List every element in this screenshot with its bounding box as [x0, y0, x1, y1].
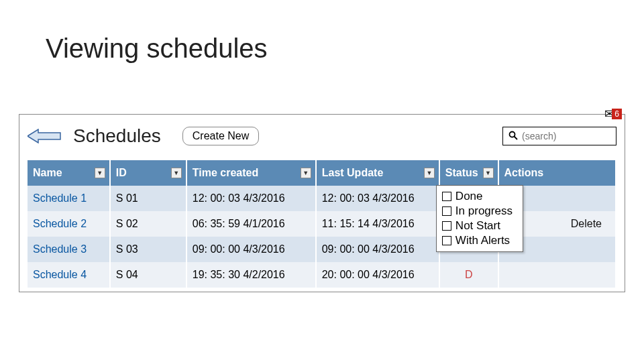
status-filter-popup: Done In progress Not Start With Alerts	[436, 185, 523, 252]
cell-time-created: 12: 00: 03 4/3/2016	[186, 186, 316, 211]
cell-id: S 03	[110, 237, 186, 262]
notification-indicator[interactable]: ✉ 6	[604, 107, 622, 121]
checkbox-icon	[442, 192, 451, 201]
delete-link[interactable]: Delete	[571, 218, 602, 229]
col-header-name: Name ▼	[28, 160, 110, 186]
cell-id: S 02	[110, 211, 186, 237]
search-icon	[508, 131, 518, 142]
col-header-status-label: Status	[445, 167, 478, 178]
toolbar: Schedules Create New	[28, 125, 616, 147]
cell-actions	[498, 262, 616, 288]
cell-last-update: 20: 00: 00 4/3/2016	[316, 262, 439, 288]
schedules-panel: ✉ 6 Schedules Create New Name ▼	[19, 114, 625, 292]
filter-option-in-progress[interactable]: In progress	[442, 204, 517, 218]
table-row: Schedule 1 S 01 12: 00: 03 4/3/2016 12: …	[28, 186, 616, 211]
search-box[interactable]	[502, 127, 616, 145]
panel-title: Schedules	[73, 125, 161, 147]
table-row: Schedule 2 S 02 06: 35: 59 4/1/2016 11: …	[28, 211, 616, 237]
schedules-table: Name ▼ ID ▼ Time created ▼ Last Update ▼…	[28, 160, 616, 288]
svg-point-1	[510, 131, 515, 137]
filter-label: In progress	[455, 204, 513, 218]
filter-option-with-alerts[interactable]: With Alerts	[442, 234, 517, 247]
col-header-id-label: ID	[116, 167, 127, 178]
col-header-actions: Actions	[498, 160, 616, 186]
cell-id: S 01	[110, 186, 186, 211]
cell-id: S 04	[110, 262, 186, 288]
col-header-actions-label: Actions	[504, 167, 544, 178]
cell-name[interactable]: Schedule 2	[28, 211, 110, 237]
filter-label: Not Start	[455, 219, 500, 233]
col-header-last-label: Last Update	[322, 167, 384, 178]
svg-line-2	[515, 136, 518, 139]
filter-option-done[interactable]: Done	[442, 190, 517, 203]
cell-time-created: 06: 35: 59 4/1/2016	[186, 211, 316, 237]
cell-name[interactable]: Schedule 4	[28, 262, 110, 288]
table-row: Schedule 4 S 04 19: 35: 30 4/2/2016 20: …	[28, 262, 616, 288]
cell-name[interactable]: Schedule 3	[28, 237, 110, 262]
filter-label: Done	[455, 190, 483, 203]
col-header-name-label: Name	[33, 167, 62, 178]
sort-name-icon[interactable]: ▼	[95, 168, 105, 178]
cell-name[interactable]: Schedule 1	[28, 186, 110, 211]
search-input[interactable]	[522, 131, 610, 141]
checkbox-icon	[442, 206, 451, 216]
cell-time-created: 19: 35: 30 4/2/2016	[186, 262, 316, 288]
checkbox-icon	[442, 236, 451, 245]
cell-last-update: 12: 00: 03 4/3/2016	[316, 186, 439, 211]
cell-status: D	[439, 262, 498, 288]
notification-badge: 6	[612, 109, 622, 119]
table-row: Schedule 3 S 03 09: 00: 00 4/3/2016 09: …	[28, 237, 616, 262]
cell-time-created: 09: 00: 00 4/3/2016	[186, 237, 316, 262]
col-header-id: ID ▼	[110, 160, 186, 186]
svg-marker-0	[28, 129, 60, 143]
col-header-last-update: Last Update ▼	[316, 160, 439, 186]
col-header-time-created: Time created ▼	[186, 160, 316, 186]
sort-time-icon[interactable]: ▼	[301, 168, 311, 178]
create-new-button[interactable]: Create New	[182, 127, 259, 145]
filter-label: With Alerts	[455, 234, 510, 247]
cell-last-update: 09: 00: 00 4/3/2016	[316, 237, 439, 262]
filter-option-not-start[interactable]: Not Start	[442, 219, 517, 233]
checkbox-icon	[442, 221, 451, 231]
page-title: Viewing schedules	[46, 34, 268, 64]
sort-id-icon[interactable]: ▼	[171, 168, 182, 178]
sort-status-icon[interactable]: ▼	[483, 168, 494, 178]
cell-last-update: 11: 15: 14 4/3/2016	[316, 211, 439, 237]
back-arrow-icon[interactable]	[28, 129, 61, 143]
col-header-time-label: Time created	[193, 167, 258, 178]
sort-last-icon[interactable]: ▼	[424, 168, 435, 178]
col-header-status: Status ▼ Done In progress Not Start With…	[439, 160, 498, 186]
